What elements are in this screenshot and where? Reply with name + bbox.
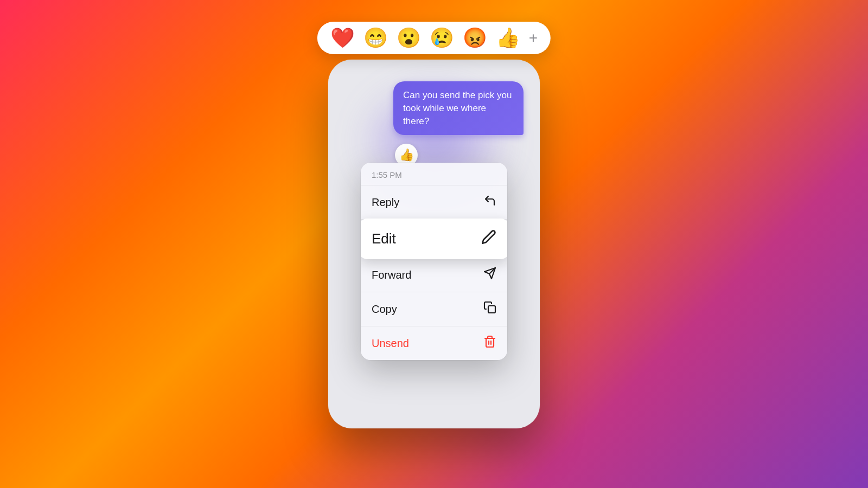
emoji-angry[interactable]: 😡 — [463, 28, 487, 48]
context-menu-edit[interactable]: Edit — [361, 219, 507, 259]
message-text: Can you send the pick you took while we … — [403, 90, 512, 126]
emoji-heart[interactable]: ❤️ — [330, 28, 355, 48]
trash-icon — [483, 335, 496, 351]
svg-rect-2 — [488, 306, 495, 313]
unsend-label: Unsend — [372, 337, 409, 350]
copy-label: Copy — [372, 303, 397, 316]
emoji-thumbsup[interactable]: 👍 — [496, 28, 520, 48]
edit-label: Edit — [372, 230, 396, 247]
emoji-more-button[interactable]: + — [529, 29, 538, 47]
emoji-reaction-bar: ❤️ 😁 😮 😢 😡 👍 + — [317, 22, 551, 54]
context-menu-unsend[interactable]: Unsend — [361, 326, 507, 360]
phone-screen: Can you send the pick you took while we … — [328, 60, 540, 428]
reply-label: Reply — [372, 196, 399, 209]
message-bubble: Can you send the pick you took while we … — [393, 81, 524, 135]
context-menu-forward[interactable]: Forward — [361, 258, 507, 292]
forward-icon — [483, 267, 496, 283]
reaction-emoji: 👍 — [399, 148, 414, 162]
copy-icon — [483, 301, 496, 317]
phone-mockup: ❤️ 😁 😮 😢 😡 👍 + Can you send the pick you… — [328, 60, 540, 428]
context-menu-copy[interactable]: Copy — [361, 292, 507, 326]
emoji-grin[interactable]: 😁 — [363, 28, 388, 48]
emoji-astonished[interactable]: 😮 — [397, 28, 421, 48]
forward-label: Forward — [372, 269, 411, 281]
reply-icon — [483, 194, 496, 210]
emoji-cry[interactable]: 😢 — [430, 28, 454, 48]
context-menu-reply[interactable]: Reply — [361, 185, 507, 220]
context-menu: 1:55 PM Reply Edit — [361, 163, 507, 360]
context-menu-time: 1:55 PM — [361, 163, 507, 185]
pencil-icon — [481, 229, 496, 248]
